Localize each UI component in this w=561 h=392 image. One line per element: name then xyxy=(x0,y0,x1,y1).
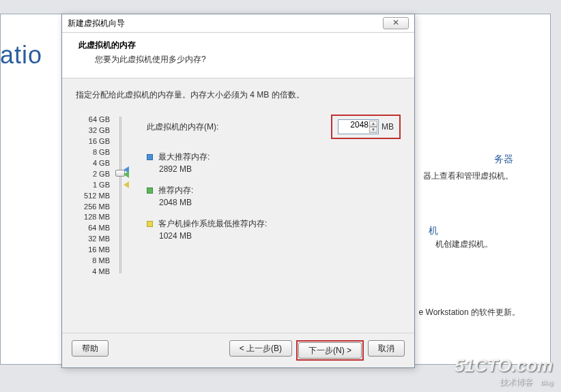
min-recommended-block: 客户机操作系统最低推荐内存: 1024 MB xyxy=(147,218,401,241)
memory-value: 2048 xyxy=(350,120,369,130)
min-value: 1024 MB xyxy=(159,231,401,241)
spinner-up-icon[interactable]: ▲ xyxy=(369,121,377,127)
instruction-text: 指定分配给此虚拟机的内存量。内存大小必须为 4 MB 的倍数。 xyxy=(76,89,401,101)
memory-info: 此虚拟机的内存(M): 2048 ▲ ▼ MB xyxy=(126,115,401,250)
max-label: 最大推荐内存: xyxy=(158,151,210,163)
rec-label: 推荐内存: xyxy=(158,185,193,196)
slider-label: 8 MB xyxy=(92,256,110,267)
spinner-down-icon[interactable]: ▼ xyxy=(369,127,377,133)
max-value: 2892 MB xyxy=(159,164,401,174)
bg-text-update: e Workstation 的软件更新。 xyxy=(419,307,520,318)
partial-app-title: statio xyxy=(0,41,42,70)
help-button[interactable]: 帮助 xyxy=(72,340,109,357)
close-button[interactable]: ✕ xyxy=(383,17,409,29)
slider-labels: 64 GB 32 GB 16 GB 8 GB 4 GB 2 GB 1 GB 51… xyxy=(76,115,110,277)
bg-heading-server: 务器 xyxy=(494,153,513,166)
bg-text-server: 器上查看和管理虚拟机。 xyxy=(423,170,513,182)
min-label: 客户机操作系统最低推荐内存: xyxy=(158,218,267,230)
watermark: 51CTO.com 技术博客 Blog xyxy=(455,355,553,388)
body-section: 指定分配给此虚拟机的内存量。内存大小必须为 4 MB 的倍数。 64 GB 32… xyxy=(62,78,414,284)
watermark-domain: 51CTO.com xyxy=(455,355,553,376)
next-button-highlight: 下一步(N) > xyxy=(296,340,364,361)
next-button[interactable]: 下一步(N) > xyxy=(298,342,362,359)
slider-label: 64 GB xyxy=(89,115,110,125)
memory-input-row: 此虚拟机的内存(M): 2048 ▲ ▼ MB xyxy=(147,115,401,139)
bg-text-vm: 机创建虚拟机。 xyxy=(435,239,493,250)
memory-spinner[interactable]: ▲ ▼ xyxy=(369,121,377,133)
slider-label: 256 MB xyxy=(84,202,110,213)
memory-field-label: 此虚拟机的内存(M): xyxy=(147,121,218,133)
page-subtitle: 您要为此虚拟机使用多少内存? xyxy=(95,54,398,65)
slider-label: 4 MB xyxy=(92,267,110,277)
max-recommended-block: 最大推荐内存: 2892 MB xyxy=(147,151,401,174)
button-bar: 帮助 < 上一步(B) 下一步(N) > 取消 xyxy=(62,333,414,367)
wizard-dialog: 新建虚拟机向导 ✕ 此虚拟机的内存 您要为此虚拟机使用多少内存? 指定分配给此虚… xyxy=(61,14,415,368)
slider-label: 1 GB xyxy=(93,180,110,191)
memory-row: 64 GB 32 GB 16 GB 8 GB 4 GB 2 GB 1 GB 51… xyxy=(76,115,401,277)
rec-value: 2048 MB xyxy=(159,198,401,207)
memory-slider[interactable] xyxy=(114,117,126,273)
titlebar: 新建虚拟机向导 ✕ xyxy=(62,14,414,33)
slider-label: 32 GB xyxy=(89,125,110,136)
recommended-marker-icon xyxy=(124,171,129,178)
slider-label: 32 MB xyxy=(88,234,110,245)
slider-track-line xyxy=(119,117,121,273)
slider-label: 512 MB xyxy=(84,191,110,202)
square-yellow-icon xyxy=(147,221,153,227)
back-button[interactable]: < 上一步(B) xyxy=(229,340,292,357)
memory-input[interactable]: 2048 ▲ ▼ xyxy=(338,119,379,134)
dialog-title: 新建虚拟机向导 xyxy=(68,18,125,29)
memory-input-highlight: 2048 ▲ ▼ MB xyxy=(331,115,401,139)
min-marker-icon xyxy=(124,181,129,188)
square-blue-icon xyxy=(147,154,153,160)
slider-label: 64 MB xyxy=(88,223,110,234)
page-title: 此虚拟机的内存 xyxy=(78,40,398,51)
slider-label: 16 MB xyxy=(88,245,110,256)
cancel-button[interactable]: 取消 xyxy=(368,340,405,357)
slider-label: 16 GB xyxy=(89,136,110,147)
memory-unit: MB xyxy=(382,122,394,132)
recommended-block: 推荐内存: 2048 MB xyxy=(147,185,401,207)
watermark-sub: 技术博客 Blog xyxy=(455,376,553,388)
slider-label: 4 GB xyxy=(93,158,110,169)
bg-heading-vm: 机 xyxy=(429,225,438,237)
slider-label: 128 MB xyxy=(84,212,110,223)
slider-label: 2 GB xyxy=(93,169,110,180)
header-section: 此虚拟机的内存 您要为此虚拟机使用多少内存? xyxy=(62,33,414,78)
close-icon: ✕ xyxy=(392,18,399,27)
slider-label: 8 GB xyxy=(93,147,110,158)
square-green-icon xyxy=(147,187,153,194)
spacer xyxy=(113,340,225,361)
